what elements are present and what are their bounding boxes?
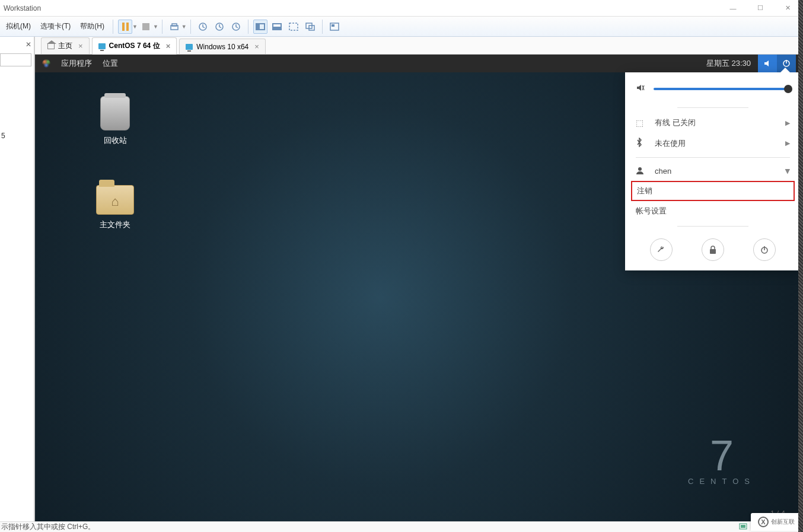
statusbar: 示指针移入其中或按 Ctrl+G。 — [0, 521, 803, 532]
fullscreen-icon — [289, 23, 298, 31]
network-row[interactable]: ⬚ 有线 已关闭 ▶ — [625, 113, 801, 133]
clock-icon — [198, 22, 208, 31]
user-icon — [636, 166, 646, 176]
svg-rect-1 — [172, 24, 177, 26]
account-label: 帐号设置 — [636, 206, 667, 215]
pause-icon — [122, 23, 129, 31]
clock-icon — [231, 22, 241, 31]
system-menu: ⬚ 有线 已关闭 ▶ 未在使用 ▶ chen ▶ — [625, 72, 801, 270]
action-buttons-row — [625, 231, 801, 263]
menu-divider — [636, 157, 790, 158]
menu-divider — [677, 226, 748, 227]
bluetooth-icon — [636, 138, 646, 149]
chevron-right-icon: ▶ — [785, 119, 790, 127]
settings-button[interactable] — [650, 238, 673, 261]
centos-name: CENTOS — [688, 477, 756, 486]
fullscreen-button[interactable] — [286, 20, 301, 34]
desktop-icon-home[interactable]: 主文件夹 — [88, 185, 142, 230]
tab-close-icon[interactable]: × — [78, 42, 83, 50]
activities-icon[interactable] — [42, 59, 50, 68]
tab-windows[interactable]: Windows 10 x64 × — [179, 39, 266, 54]
svg-rect-17 — [741, 525, 745, 528]
clock-button-3[interactable] — [229, 20, 243, 34]
bottombar-icon — [272, 23, 282, 30]
thumbnail-button[interactable] — [327, 20, 342, 34]
pane-close-icon[interactable]: ✕ — [26, 40, 31, 49]
close-button[interactable]: ✕ — [779, 2, 796, 14]
thumbnail-icon — [330, 23, 339, 31]
account-settings-item[interactable]: 帐号设置 — [625, 201, 801, 221]
power-button[interactable] — [753, 238, 776, 261]
svg-rect-9 — [332, 24, 334, 27]
chevron-down-icon[interactable]: ▼ — [132, 24, 138, 30]
stop-button[interactable] — [139, 20, 153, 34]
tab-label: CentOS 7 64 位 — [109, 41, 160, 51]
stop-icon — [142, 23, 149, 30]
menu-toolbar: 拟机(M) 选项卡(T) 帮助(H) ▼ ▼ ▼ — [0, 17, 803, 37]
clock-icon — [215, 22, 224, 31]
pause-button[interactable] — [118, 20, 132, 34]
trash-icon — [100, 96, 130, 130]
chevron-down-icon: ▶ — [784, 169, 792, 174]
clock-button-2[interactable] — [212, 20, 227, 34]
watermark: X 创新互联 — [751, 513, 802, 531]
library-item-fragment: 5 — [1, 132, 5, 140]
tab-close-icon[interactable]: × — [166, 42, 171, 50]
vm-tabs: 主页 × CentOS 7 64 位 × Windows 10 x64 × — [35, 37, 803, 55]
toolbar-separator — [248, 20, 248, 34]
window-titlebar: Workstation — ☐ ✕ — [0, 0, 803, 17]
svg-point-12 — [638, 167, 642, 171]
volume-icon — [636, 83, 645, 94]
chevron-down-icon[interactable]: ▼ — [181, 24, 187, 30]
vm-icon — [98, 43, 106, 49]
menu-help[interactable]: 帮助(H) — [75, 19, 109, 34]
icon-label: 主文件夹 — [88, 219, 142, 230]
unity-button[interactable] — [303, 20, 317, 34]
power-icon — [782, 59, 791, 68]
logout-item-highlighted[interactable]: 注销 — [631, 181, 795, 201]
tab-close-icon[interactable]: × — [254, 42, 259, 51]
centos-branding: 7 CENTOS — [688, 434, 756, 486]
status-hint: 示指针移入其中或按 Ctrl+G。 — [1, 522, 95, 532]
power-icon — [760, 245, 769, 254]
window-controls: — ☐ ✕ — [725, 2, 796, 14]
logout-label: 注销 — [637, 186, 652, 195]
volume-icon — [763, 59, 772, 68]
toolbar-separator — [190, 20, 191, 34]
network-icon: ⬚ — [636, 118, 646, 128]
bluetooth-row[interactable]: 未在使用 ▶ — [625, 133, 801, 154]
clock-button-1[interactable] — [196, 20, 210, 34]
library-pane: ✕ 5 — [0, 37, 34, 521]
chevron-down-icon[interactable]: ▼ — [153, 24, 158, 30]
lock-button[interactable] — [702, 238, 724, 261]
guest-display[interactable]: 应用程序 位置 星期五 23:30 回收站 — [35, 55, 803, 521]
minimize-button[interactable]: — — [725, 2, 741, 14]
tab-home[interactable]: 主页 × — [41, 37, 90, 54]
desktop-icon-trash[interactable]: 回收站 — [88, 96, 142, 146]
maximize-button[interactable]: ☐ — [752, 2, 769, 14]
view-bottombar-button[interactable] — [270, 20, 284, 34]
unity-icon — [305, 23, 315, 31]
snapshot-button[interactable] — [167, 20, 181, 34]
view-sidebar-button[interactable] — [253, 20, 267, 34]
tab-centos[interactable]: CentOS 7 64 位 × — [92, 37, 177, 55]
volume-indicator[interactable] — [758, 55, 777, 72]
library-search-input[interactable] — [0, 53, 31, 66]
menu-vm[interactable]: 拟机(M) — [1, 19, 36, 34]
menu-divider — [677, 107, 748, 108]
window-title: Workstation — [4, 4, 725, 12]
tab-label: Windows 10 x64 — [196, 43, 248, 51]
svg-rect-13 — [710, 249, 716, 254]
places-menu[interactable]: 位置 — [103, 58, 118, 69]
user-row[interactable]: chen ▶ — [625, 161, 801, 181]
menu-tabs[interactable]: 选项卡(T) — [36, 19, 75, 34]
device-status-icon[interactable] — [739, 522, 750, 532]
clock-datetime[interactable]: 星期五 23:30 — [699, 58, 758, 69]
lock-icon — [709, 245, 717, 254]
vm-icon — [186, 44, 193, 50]
volume-slider[interactable] — [654, 88, 790, 90]
chevron-right-icon: ▶ — [785, 139, 790, 147]
watermark-logo: X — [758, 517, 769, 527]
applications-menu[interactable]: 应用程序 — [61, 58, 92, 69]
main-pane: 主页 × CentOS 7 64 位 × Windows 10 x64 × 应用… — [34, 37, 803, 521]
